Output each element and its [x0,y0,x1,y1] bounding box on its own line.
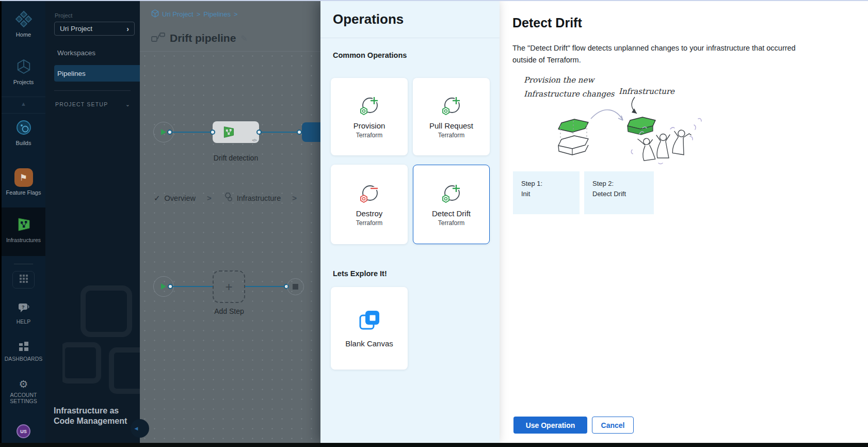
sidebar-item-infrastructures[interactable]: Infrastructures [2,215,45,243]
sidebar-item-feature-flags[interactable]: ⚑ Feature Flags [2,168,45,196]
window-left-edge [0,0,2,447]
sidebar-item-projects[interactable]: Projects [2,57,45,86]
terraform-stage-icon [222,125,235,139]
project-selector[interactable]: Uri Project › [54,22,135,36]
module-sidebar: Home Projects ▲ Builds [2,1,45,443]
window-top-edge [0,0,868,1]
sidebar-item-label: DASHBOARDS [5,356,43,362]
connector-line [245,286,284,287]
pipeline-title-row: Drift pipeline ✎ [151,32,248,44]
breadcrumb-item[interactable]: Pipelines [203,10,231,18]
window-bottom-edge [0,443,868,447]
cube-icon [14,57,34,76]
detect-drift-operation-icon [440,182,463,206]
operation-card-destroy[interactable]: Destroy Terraform [331,165,408,244]
connector-dot[interactable] [168,284,173,289]
chevron-right-icon: > [292,194,297,202]
module-title: Infrastructure as Code Management [54,406,131,426]
sidebar-collapse-button[interactable]: ◀ [131,419,149,438]
scroll-up-icon[interactable]: ▲ [2,101,45,107]
blank-canvas-card[interactable]: Blank Canvas [331,287,408,370]
divider [2,113,45,114]
divider [54,90,131,91]
sidebar-item-workspaces[interactable]: Workspaces [54,44,140,61]
feature-flags-icon: ⚑ [14,168,33,187]
connector-line [173,286,213,287]
sidebar-item-home[interactable]: Home [2,9,45,38]
detail-panel: Detect Drift The "Detect Drift" flow det… [500,1,868,443]
operation-card-provision[interactable]: Provision Terraform [331,78,408,155]
divider [140,51,320,52]
destroy-operation-icon [358,182,381,206]
help-icon: ? [18,302,30,316]
canvas-dot-grid[interactable] [140,51,320,443]
sidebar-item-label: ACCOUNT SETTINGS [8,392,40,404]
user-avatar[interactable]: US [17,424,30,438]
project-name: Uri Project [60,25,92,33]
page-title: Drift pipeline [170,32,236,44]
operation-card-detect-drift[interactable]: Detect Drift Terraform [413,165,490,244]
hexagon-icon [223,193,233,203]
svg-text:?: ? [22,305,25,310]
connector-dot[interactable] [210,130,215,135]
sidebar-item-label: Builds [16,140,31,147]
illustration-caption-left: Provision the new [524,75,595,85]
app-root: Home Projects ▲ Builds [0,0,868,447]
breadcrumb-item[interactable]: Uri Project [162,10,194,18]
provision-operation-icon [358,94,381,118]
edit-icon[interactable]: ✎ [240,34,247,43]
tab-infrastructure[interactable]: Infrastructure [223,193,281,203]
illustration-caption-left: Infrastructure changes [524,89,615,99]
explore-heading: Lets Explore It! [333,269,387,278]
stage-node-drift-detection[interactable]: </> [213,121,259,143]
sidebar-item-builds[interactable]: Builds [2,118,45,147]
connector-line [262,132,297,133]
check-icon: ✓ [154,194,160,203]
breadcrumb-cube-icon [151,9,159,19]
sidebar-item-dashboards[interactable]: DASHBOARDS [2,342,45,362]
add-step-label: Add Step [203,307,255,315]
sidebar-item-account-settings[interactable]: ⚙ ACCOUNT SETTINGS [2,379,45,404]
step-box-1: Step 1: Init [513,171,580,214]
dashboards-icon [19,342,28,353]
blank-canvas-icon [359,309,380,331]
module-browser-button[interactable] [12,271,35,289]
connector-line [172,132,213,133]
stage-node-partial[interactable] [302,122,320,142]
sidebar-item-label: Home [16,31,31,38]
gear-icon: ⚙ [19,379,28,389]
cancel-button[interactable]: Cancel [592,417,634,434]
divider [320,38,500,38]
divider [2,97,45,97]
detail-description: The "Detect Drift" flow detects unplanne… [512,42,801,67]
pipeline-canvas: Uri Project > Pipelines > Drift pipeline… [140,1,320,443]
code-icon: </> [252,138,256,142]
stage-label: Drift detection [195,154,277,162]
panel-title: Operations [333,11,404,27]
play-icon [160,283,167,290]
add-step-node[interactable]: + [213,270,245,303]
watermark [62,278,140,412]
project-label: Project [55,12,72,19]
common-operations-heading: Common Operations [333,51,407,59]
connector-dot[interactable] [167,130,172,135]
plus-icon: + [225,280,232,294]
sidebar-item-help[interactable]: ? HELP [2,302,45,325]
chevron-right-icon: > [207,194,212,202]
connector-dot[interactable] [297,130,302,135]
tab-overview[interactable]: ✓ Overview [154,194,196,203]
project-setup-section[interactable]: PROJECT SETUP ⌄ [55,101,131,107]
illustration-caption-right: Infrastructure [619,87,675,96]
sidebar-item-pipelines[interactable]: Pipelines [54,65,140,82]
use-operation-button[interactable]: Use Operation [513,417,587,434]
operation-card-pull-request[interactable]: Pull Request Terraform [413,78,490,155]
project-sidebar: Project Uri Project › Workspaces Pipelin… [45,1,140,443]
breadcrumb: Uri Project > Pipelines > [151,9,238,19]
sidebar-item-label: HELP [17,318,30,325]
connector-dot[interactable] [256,130,262,135]
chevron-down-icon: ⌄ [125,101,131,107]
chevron-right-icon: › [126,25,129,33]
infrastructures-icon [14,215,34,234]
pipeline-icon [151,33,165,44]
pipeline-end-node [287,278,304,295]
